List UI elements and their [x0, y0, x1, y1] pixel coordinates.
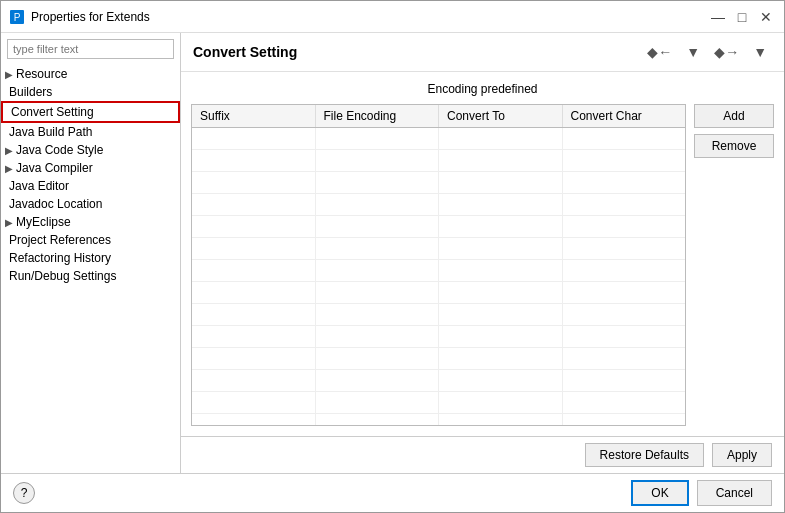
table-cell — [316, 304, 440, 325]
table-cell — [316, 370, 440, 391]
table-cell — [439, 304, 563, 325]
panel-toolbar: ◆← ▼ ◆→ ▼ — [642, 41, 772, 63]
table-row[interactable] — [192, 238, 685, 260]
apply-button[interactable]: Apply — [712, 443, 772, 467]
main-content: ▶ResourceBuildersConvert SettingJava Bui… — [1, 33, 784, 473]
table-side-buttons: Add Remove — [694, 104, 774, 426]
sidebar-item-java-compiler[interactable]: ▶Java Compiler — [1, 159, 180, 177]
table-cell — [316, 326, 440, 347]
sidebar-item-convert-setting[interactable]: Convert Setting — [1, 101, 180, 123]
sidebar-item-label-java-editor: Java Editor — [9, 179, 69, 193]
add-button[interactable]: Add — [694, 104, 774, 128]
table-cell — [316, 282, 440, 303]
table-cell — [439, 370, 563, 391]
sidebar-item-javadoc-location[interactable]: Javadoc Location — [1, 195, 180, 213]
close-button[interactable]: ✕ — [756, 7, 776, 27]
sidebar-item-label-refactoring-history: Refactoring History — [9, 251, 111, 265]
forward-button[interactable]: ◆→ — [709, 41, 744, 63]
sidebar-item-label-convert-setting: Convert Setting — [11, 105, 94, 119]
sidebar-item-builders[interactable]: Builders — [1, 83, 180, 101]
sidebar-item-java-code-style[interactable]: ▶Java Code Style — [1, 141, 180, 159]
sidebar-item-label-myeclipse: MyEclipse — [16, 215, 71, 229]
table-col-file-encoding: File Encoding — [316, 105, 440, 127]
restore-defaults-button[interactable]: Restore Defaults — [585, 443, 704, 467]
title-bar-controls: — □ ✕ — [708, 7, 776, 27]
table-cell — [316, 238, 440, 259]
ok-button[interactable]: OK — [631, 480, 688, 506]
table-cell — [192, 238, 316, 259]
sidebar-item-label-resource: Resource — [16, 67, 67, 81]
table-cell — [439, 282, 563, 303]
window-title: Properties for Extends — [31, 10, 708, 24]
data-table: SuffixFile EncodingConvert ToConvert Cha… — [191, 104, 686, 426]
sidebar-item-label-run-debug-settings: Run/Debug Settings — [9, 269, 116, 283]
table-row[interactable] — [192, 282, 685, 304]
window-icon: P — [9, 9, 25, 25]
sidebar-item-java-build-path[interactable]: Java Build Path — [1, 123, 180, 141]
filter-input[interactable] — [7, 39, 174, 59]
table-cell — [316, 194, 440, 215]
maximize-button[interactable]: □ — [732, 7, 752, 27]
table-cell — [439, 194, 563, 215]
table-row[interactable] — [192, 260, 685, 282]
table-row[interactable] — [192, 370, 685, 392]
table-cell — [563, 392, 686, 413]
table-col-convert-to: Convert To — [439, 105, 563, 127]
sidebar-item-java-editor[interactable]: Java Editor — [1, 177, 180, 195]
table-container: SuffixFile EncodingConvert ToConvert Cha… — [191, 104, 774, 426]
sidebar-item-myeclipse[interactable]: ▶MyEclipse — [1, 213, 180, 231]
table-row[interactable] — [192, 414, 685, 425]
sidebar: ▶ResourceBuildersConvert SettingJava Bui… — [1, 33, 181, 473]
dropdown-forward-button[interactable]: ▼ — [748, 41, 772, 63]
table-col-convert-char: Convert Char — [563, 105, 686, 127]
table-cell — [192, 326, 316, 347]
table-row[interactable] — [192, 326, 685, 348]
table-row[interactable] — [192, 348, 685, 370]
table-row[interactable] — [192, 128, 685, 150]
table-row[interactable] — [192, 150, 685, 172]
table-cell — [439, 414, 563, 425]
sidebar-item-refactoring-history[interactable]: Refactoring History — [1, 249, 180, 267]
table-row[interactable] — [192, 216, 685, 238]
sidebar-item-resource[interactable]: ▶Resource — [1, 65, 180, 83]
expand-arrow-icon: ▶ — [5, 163, 13, 174]
table-body — [192, 128, 685, 425]
sidebar-item-project-references[interactable]: Project References — [1, 231, 180, 249]
help-button[interactable]: ? — [13, 482, 35, 504]
footer-bar: ? OK Cancel — [1, 473, 784, 512]
expand-arrow-icon: ▶ — [5, 217, 13, 228]
sidebar-item-run-debug-settings[interactable]: Run/Debug Settings — [1, 267, 180, 285]
table-cell — [439, 392, 563, 413]
sidebar-item-label-java-compiler: Java Compiler — [16, 161, 93, 175]
table-row[interactable] — [192, 172, 685, 194]
table-cell — [439, 326, 563, 347]
remove-button[interactable]: Remove — [694, 134, 774, 158]
panel-header: Convert Setting ◆← ▼ ◆→ ▼ — [181, 33, 784, 72]
table-row[interactable] — [192, 304, 685, 326]
table-cell — [316, 414, 440, 425]
nav-list: ▶ResourceBuildersConvert SettingJava Bui… — [1, 65, 180, 473]
table-cell — [563, 238, 686, 259]
table-row[interactable] — [192, 194, 685, 216]
minimize-button[interactable]: — — [708, 7, 728, 27]
cancel-button[interactable]: Cancel — [697, 480, 772, 506]
table-col-suffix: Suffix — [192, 105, 316, 127]
table-cell — [192, 150, 316, 171]
sidebar-item-label-java-code-style: Java Code Style — [16, 143, 103, 157]
table-cell — [439, 128, 563, 149]
back-button[interactable]: ◆← — [642, 41, 677, 63]
table-cell — [439, 172, 563, 193]
expand-arrow-icon: ▶ — [5, 145, 13, 156]
table-cell — [316, 172, 440, 193]
table-cell — [439, 348, 563, 369]
sidebar-item-label-builders: Builders — [9, 85, 52, 99]
dropdown-back-button[interactable]: ▼ — [681, 41, 705, 63]
table-cell — [563, 326, 686, 347]
table-cell — [192, 392, 316, 413]
table-cell — [192, 194, 316, 215]
table-cell — [192, 414, 316, 425]
title-bar: P Properties for Extends — □ ✕ — [1, 1, 784, 33]
table-row[interactable] — [192, 392, 685, 414]
table-cell — [563, 128, 686, 149]
panel-body: Encoding predefined SuffixFile EncodingC… — [181, 72, 784, 436]
